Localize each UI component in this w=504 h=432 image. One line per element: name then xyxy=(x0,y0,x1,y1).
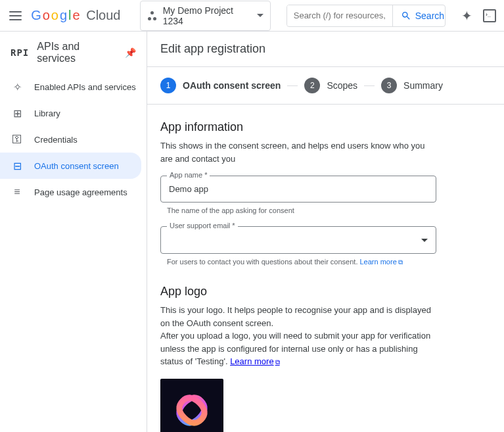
consent-icon: ⊟ xyxy=(11,159,24,172)
search-box: Search xyxy=(286,5,446,27)
step-2-num[interactable]: 2 xyxy=(304,78,320,93)
chevron-down-icon xyxy=(421,239,428,242)
app-info-desc: This shows in the consent screen, and he… xyxy=(160,139,436,165)
learn-more-link[interactable]: Learn more⧉ xyxy=(230,356,279,366)
project-name: My Demo Project 1234 xyxy=(163,5,252,26)
step-divider xyxy=(287,85,298,86)
sidebar-item-oauth-consent[interactable]: ⊟ OAuth consent screen xyxy=(0,153,141,179)
sidebar-item-credentials[interactable]: ⚿ Credentials xyxy=(0,126,147,153)
support-email-helper: For users to contact you with questions … xyxy=(167,258,436,266)
key-icon: ⚿ xyxy=(11,133,24,146)
sidebar-title: APIs and services xyxy=(37,41,117,64)
step-3-label[interactable]: Summary xyxy=(403,80,443,91)
support-email-label: User support email * xyxy=(167,222,238,229)
cloud-shell-icon[interactable] xyxy=(483,9,496,22)
step-1-label[interactable]: OAuth consent screen xyxy=(183,80,281,91)
step-1-num[interactable]: 1 xyxy=(160,78,176,93)
app-logo-preview xyxy=(160,379,223,433)
topbar: Google Cloud My Demo Project 1234 Search… xyxy=(0,0,504,32)
project-selector[interactable]: My Demo Project 1234 xyxy=(140,1,270,31)
step-2-label[interactable]: Scopes xyxy=(327,80,357,91)
sidebar-item-enabled-apis[interactable]: ✧ Enabled APIs and services xyxy=(0,74,147,100)
library-icon: ⊞ xyxy=(11,107,24,120)
project-icon xyxy=(147,11,157,21)
search-input[interactable] xyxy=(287,5,392,26)
search-icon xyxy=(401,11,411,21)
sidebar-nav: ✧ Enabled APIs and services ⊞ Library ⚿ … xyxy=(0,74,147,205)
external-link-icon: ⧉ xyxy=(398,258,403,266)
agreements-icon: ≡ xyxy=(11,185,24,199)
sidebar-item-label: Enabled APIs and services xyxy=(34,82,136,92)
app-name-input[interactable] xyxy=(160,176,436,203)
chevron-down-icon xyxy=(257,14,263,17)
google-cloud-logo[interactable]: Google Cloud xyxy=(31,8,120,23)
page-title: Edit app registration xyxy=(160,42,491,56)
api-logo-icon: RPI xyxy=(11,47,29,58)
app-info-heading: App information xyxy=(160,120,436,134)
main-content: Edit app registration 1 OAuth consent sc… xyxy=(147,32,504,432)
external-link-icon: ⧉ xyxy=(275,358,280,366)
logo-image xyxy=(171,389,213,431)
gemini-icon[interactable]: ✦ xyxy=(461,8,472,24)
app-name-helper: The name of the app asking for consent xyxy=(167,206,436,214)
page-header: Edit app registration xyxy=(147,32,504,67)
sidebar-item-label: Credentials xyxy=(34,135,78,145)
learn-more-link[interactable]: Learn more⧉ xyxy=(360,258,403,266)
sidebar-item-library[interactable]: ⊞ Library xyxy=(0,100,147,126)
app-name-label: App name * xyxy=(167,171,210,179)
search-button-label: Search xyxy=(415,11,444,21)
support-email-field: User support email * xyxy=(160,226,436,254)
step-3-num[interactable]: 3 xyxy=(381,78,397,93)
diamond-icon: ✧ xyxy=(11,80,24,93)
hamburger-menu-icon[interactable] xyxy=(8,8,23,24)
sidebar-item-label: Page usage agreements xyxy=(34,187,127,197)
stepper: 1 OAuth consent screen 2 Scopes 3 Summar… xyxy=(160,78,491,93)
search-button[interactable]: Search xyxy=(392,5,446,26)
sidebar: RPI APIs and services 📌 ✧ Enabled APIs a… xyxy=(0,32,147,432)
support-email-select[interactable] xyxy=(160,226,436,254)
sidebar-item-label: OAuth consent screen xyxy=(34,161,119,171)
app-logo-heading: App logo xyxy=(160,285,436,299)
app-logo-desc: This is your logo. It helps people to re… xyxy=(160,304,436,368)
sidebar-item-label: Library xyxy=(34,108,60,118)
step-divider xyxy=(364,85,375,86)
sidebar-header: RPI APIs and services 📌 xyxy=(0,32,147,74)
pin-icon[interactable]: 📌 xyxy=(125,47,136,58)
sidebar-item-page-usage[interactable]: ≡ Page usage agreements xyxy=(0,179,147,205)
app-name-field: App name * xyxy=(160,176,436,203)
